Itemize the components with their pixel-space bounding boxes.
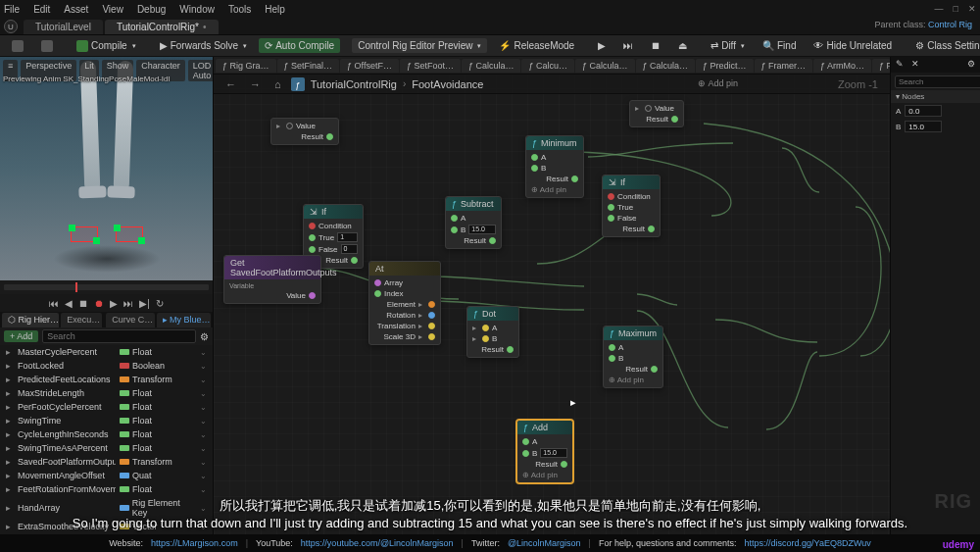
detail-edit-icon[interactable]: ✎ <box>893 58 906 73</box>
discord-link[interactable]: https://discord.gg/YaEQ8DZWuv <box>745 538 871 548</box>
close-icon[interactable]: ✕ <box>968 4 976 14</box>
forwards-solve-button[interactable]: ▶ Forwards Solve▾ <box>154 38 253 53</box>
prop-a-input[interactable] <box>905 105 942 117</box>
menu-window[interactable]: Window <box>179 4 215 15</box>
var-row[interactable]: ▸MaxStrideLengthFloat⌄ <box>0 386 213 400</box>
menu-debug[interactable]: Debug <box>137 4 166 15</box>
node-dot[interactable]: ƒDot ▸A ▸B Result <box>466 306 519 358</box>
go-end-icon[interactable]: ⏭ <box>123 298 133 309</box>
add-button[interactable]: + Add <box>4 330 38 342</box>
graph-tab[interactable]: ƒ OffsetF… <box>340 59 399 73</box>
preview-mode-button[interactable]: Control Rig Editor Preview▾ <box>352 38 487 53</box>
menu-help[interactable]: Help <box>265 4 285 15</box>
compile-button[interactable]: Compile▾ <box>71 38 142 54</box>
add-pin-button[interactable]: ⊕ Add pin <box>531 185 578 194</box>
release-mode-button[interactable]: ⚡ ReleaseMode <box>493 38 580 53</box>
node-get-saved[interactable]: Get SavedFootPlatformOutputs Variable Va… <box>223 255 321 304</box>
graph-tab[interactable]: ƒ Calcu… <box>521 59 574 73</box>
graph-tab[interactable]: ƒ SetFoot… <box>400 59 461 73</box>
twitter-link[interactable]: @LincolnMargison <box>508 538 581 548</box>
loop-icon[interactable]: ↻ <box>156 298 164 309</box>
timeline[interactable] <box>0 280 213 294</box>
record-icon[interactable]: ⏺ <box>94 298 104 309</box>
var-row[interactable]: ▸CycleLengthInSecondsFloat⌄ <box>0 427 213 441</box>
graph-tab[interactable]: ƒ Rig Gra… <box>216 59 276 73</box>
stop-icon[interactable]: ⏹ <box>78 298 88 309</box>
menu-asset[interactable]: Asset <box>64 4 88 15</box>
prop-b-input[interactable] <box>905 121 942 132</box>
browse-button[interactable] <box>35 38 59 54</box>
graph-tab[interactable]: ƒ Calcula… <box>636 59 696 73</box>
node-subtract[interactable]: ƒSubtract A B 15.0 Result <box>445 196 502 249</box>
website-link[interactable]: https://LMargison.com <box>151 538 238 548</box>
menu-file[interactable]: File <box>4 4 20 15</box>
var-row[interactable]: ▸FeetRotationFromMovementFactorFloat⌄ <box>0 482 213 496</box>
add-pin-button[interactable]: ⊕ Add pin <box>522 471 567 479</box>
detail-search-input[interactable] <box>895 75 980 88</box>
go-start-icon[interactable]: ⏮ <box>49 298 59 309</box>
var-row[interactable]: ▸SavedFootPlatformOutputsTransform⌄ <box>0 455 213 469</box>
bc-root[interactable]: TutorialControlRig <box>311 78 397 90</box>
class-settings-button[interactable]: ⚙ Class Settings <box>909 38 980 53</box>
diff-button[interactable]: ⇄ Diff▾ <box>705 38 751 53</box>
var-row[interactable]: ▸MasterCyclePercentFloat⌄ <box>0 345 213 359</box>
graph-tab[interactable]: ƒ Calcula… <box>575 59 635 73</box>
tab-my-blueprint[interactable]: ▸ My Blue… <box>157 313 211 327</box>
tab-controlrig[interactable]: TutorialControlRig* <box>105 20 219 34</box>
graph-editor[interactable]: ƒ Rig Gra…ƒ SetFinal…ƒ OffsetF…ƒ SetFoot… <box>214 57 890 534</box>
detail-close-icon[interactable]: ✕ <box>908 58 922 73</box>
node-if-2[interactable]: ⇲If Condition True False Result <box>602 175 661 237</box>
hide-unrelated-button[interactable]: 👁 Hide Unrelated <box>808 38 898 53</box>
node-remnant[interactable]: ▸Value Result <box>270 118 339 145</box>
minimize-icon[interactable]: — <box>935 4 944 14</box>
nav-fwd-icon[interactable]: → <box>246 78 265 90</box>
bc-leaf[interactable]: FootAvoidance <box>412 78 483 90</box>
parent-class-link[interactable]: Control Rig <box>928 20 972 29</box>
var-row[interactable]: ▸SwingTimeAsAPercentFloat⌄ <box>0 441 213 455</box>
node-for[interactable]: ▸Value Result <box>629 100 684 127</box>
play-icon[interactable]: ▶ <box>592 38 612 53</box>
var-row[interactable]: ▸SwingTimeFloat⌄ <box>0 414 213 427</box>
graph-tab[interactable]: ƒ ArmMo… <box>813 59 871 73</box>
eject-icon[interactable]: ⏏ <box>672 38 693 53</box>
var-row[interactable]: ▸PerFootCyclePercentFloat⌄ <box>0 400 213 414</box>
tab-level[interactable]: TutorialLevel <box>24 20 103 34</box>
var-search-input[interactable] <box>42 329 196 343</box>
graph-tab[interactable]: ƒ FootLa… <box>872 59 890 73</box>
auto-compile-button[interactable]: ⟳ Auto Compile <box>259 38 340 53</box>
youtube-link[interactable]: https://youtube.com/@LincolnMargison <box>301 538 454 548</box>
var-row[interactable]: ▸PredictedFeetLocationsTransform⌄ <box>0 373 213 386</box>
graph-tab[interactable]: ƒ SetFinal… <box>277 59 340 73</box>
graph-tab[interactable]: ƒ Calcula… <box>462 59 521 73</box>
menu-edit[interactable]: Edit <box>33 4 50 15</box>
tab-execution[interactable]: Execu… <box>61 313 102 327</box>
maximize-icon[interactable]: □ <box>954 4 958 14</box>
add-pin-button[interactable]: ⊕ Add pin <box>609 376 658 384</box>
viewport[interactable]: ≡ Perspective Lit Show Character LOD Aut… <box>0 57 213 280</box>
gear-icon[interactable]: ⚙ <box>200 331 209 342</box>
tab-curve[interactable]: Curve C… <box>106 313 154 327</box>
node-add[interactable]: ƒAdd A B 15.0 Result ⊕ Add pin <box>516 420 573 483</box>
detail-gear-icon[interactable]: ⚙ <box>964 58 978 73</box>
node-minimum[interactable]: ƒMinimum A B Result ⊕ Add pin <box>525 135 584 198</box>
top-add-pin[interactable]: ⊕ Add pin <box>698 78 738 88</box>
save-button[interactable] <box>6 38 29 54</box>
var-row[interactable]: ▸FootLockedBoolean⌄ <box>0 359 213 373</box>
step-icon[interactable]: ▶| <box>139 298 150 309</box>
find-button[interactable]: 🔍 Find <box>757 38 802 53</box>
nav-back-icon[interactable]: ← <box>221 78 240 90</box>
menu-view[interactable]: View <box>102 4 123 15</box>
tab-rig-hierarchy[interactable]: ⬡ Rig Hier… <box>2 313 59 327</box>
vp-lod-button[interactable]: LOD Auto <box>188 60 213 81</box>
playhead-icon[interactable] <box>75 282 77 292</box>
skip-icon[interactable]: ⏭ <box>617 38 639 53</box>
nav-home-icon[interactable]: ⌂ <box>270 78 285 90</box>
menu-tools[interactable]: Tools <box>228 4 251 15</box>
graph-tab[interactable]: ƒ Framer… <box>755 59 813 73</box>
node-maximum[interactable]: ƒMaximum A B Result ⊕ Add pin <box>603 326 663 388</box>
node-at[interactable]: At Array Index Element▸ Rotation▸ Transl… <box>368 261 441 345</box>
play-rev-icon[interactable]: ◀ <box>65 298 73 309</box>
graph-tab[interactable]: ƒ Predict… <box>696 59 754 73</box>
var-row[interactable]: ▸MovementAngleOffsetQuat⌄ <box>0 469 213 482</box>
stop-icon[interactable]: ⏹ <box>645 38 666 53</box>
